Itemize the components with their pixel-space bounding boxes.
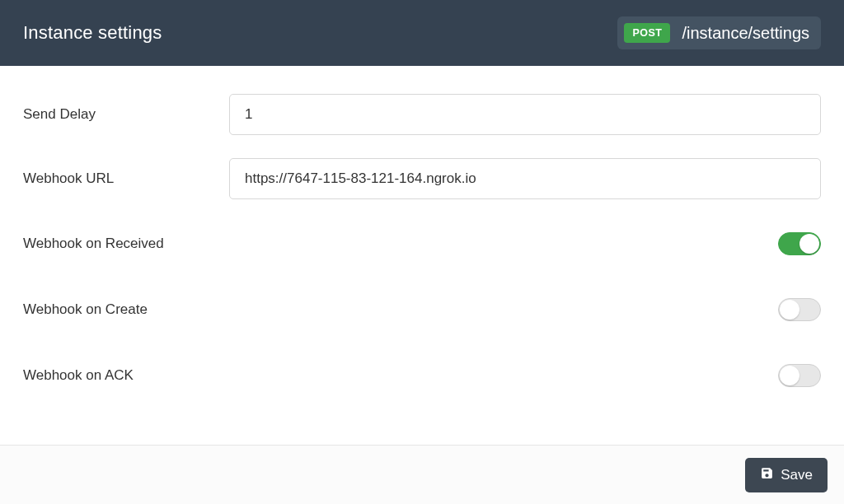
row-webhook-received: Webhook on Received [23,211,821,277]
toggle-knob [780,300,799,320]
save-button-label: Save [781,467,813,483]
label-webhook-url: Webhook URL [23,170,229,187]
save-button[interactable]: Save [745,458,828,492]
row-send-delay: Send Delay [23,82,821,147]
http-method-badge: POST [624,23,670,43]
webhook-url-input[interactable] [229,158,821,199]
page-title: Instance settings [23,22,162,44]
footer-bar: Save [0,445,844,504]
send-delay-input[interactable] [229,94,821,135]
page-header: Instance settings POST /instance/setting… [0,0,844,66]
row-webhook-create: Webhook on Create [23,277,821,343]
label-webhook-ack: Webhook on ACK [23,367,229,384]
toggle-webhook-create[interactable] [778,298,821,321]
endpoint-path: /instance/settings [682,24,809,43]
label-webhook-received: Webhook on Received [23,236,229,252]
endpoint-chip: POST /instance/settings [617,16,821,49]
label-webhook-create: Webhook on Create [23,301,229,318]
settings-form: Send Delay Webhook URL Webhook on Receiv… [0,66,844,417]
toggle-knob [799,234,819,254]
label-send-delay: Send Delay [23,106,229,123]
save-icon [760,466,774,484]
toggle-webhook-received[interactable] [778,232,821,255]
toggle-webhook-ack[interactable] [778,364,821,387]
row-webhook-ack: Webhook on ACK [23,343,821,408]
row-webhook-url: Webhook URL [23,147,821,211]
toggle-knob [780,366,799,385]
